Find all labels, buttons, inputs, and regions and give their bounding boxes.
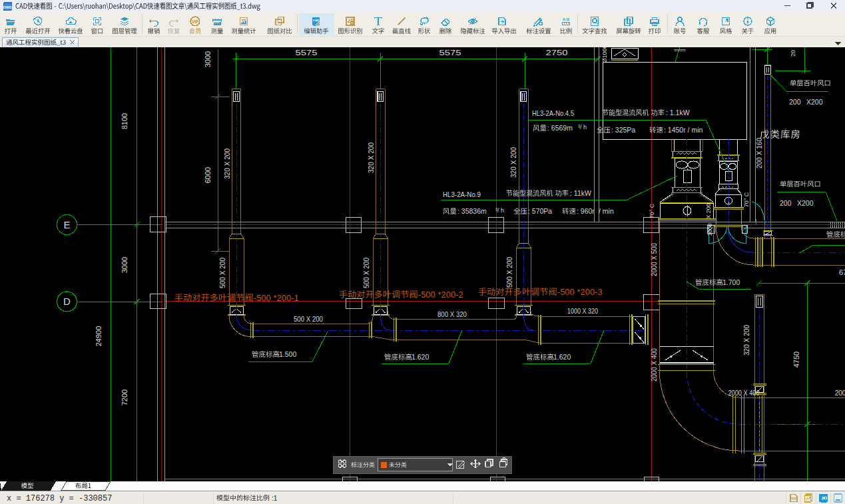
svg-text:-500 *200-1: -500 *200-1: [254, 293, 299, 303]
svg-text:HL3-2A-No.9: HL3-2A-No.9: [443, 190, 481, 198]
svg-text:320 X 200: 320 X 200: [224, 148, 231, 179]
svg-text:2000 X 500: 2000 X 500: [651, 243, 658, 276]
svg-text:1.620: 1.620: [412, 353, 429, 361]
svg-text:: 325Pa: : 325Pa: [611, 126, 635, 134]
svg-text:320 X 200: 320 X 200: [368, 142, 375, 173]
svg-text:X 200: X 200: [705, 203, 712, 219]
svg-text:3000: 3000: [121, 257, 129, 273]
svg-text:2000 X 400: 2000 X 400: [651, 348, 658, 381]
svg-text:: 1.1kW: : 1.1kW: [666, 109, 690, 117]
svg-text:200: 200: [835, 389, 845, 397]
svg-text::1: :1: [272, 495, 278, 502]
svg-text:500 X 200: 500 X 200: [294, 316, 323, 323]
svg-text:: 6569m: : 6569m: [547, 124, 573, 132]
svg-text:-500 *200-2: -500 *200-2: [418, 290, 463, 300]
svg-text:D: D: [63, 296, 71, 307]
svg-text:HL3-2A-No.4.5: HL3-2A-No.4.5: [532, 109, 574, 117]
svg-text:1000 X 320: 1000 X 320: [567, 308, 598, 315]
svg-text:A:B: A:B: [563, 17, 570, 21]
svg-text:X200: X200: [806, 98, 823, 106]
svg-text:200: 200: [789, 98, 801, 106]
svg-text:³/ h: ³/ h: [495, 207, 504, 214]
svg-text:X200: X200: [797, 199, 814, 207]
svg-text:800 X 320: 800 X 320: [437, 311, 467, 318]
svg-text:VIP: VIP: [192, 19, 199, 24]
svg-text:1.500: 1.500: [279, 350, 296, 358]
svg-text:4750: 4750: [792, 352, 800, 368]
svg-text:: 960r: : 960r: [577, 207, 595, 215]
svg-text:1.620: 1.620: [553, 353, 571, 361]
svg-text:20: 20: [790, 50, 796, 57]
svg-text:200: 200: [780, 199, 792, 207]
svg-text:8100: 8100: [121, 113, 129, 129]
svg-text:6000: 6000: [204, 167, 212, 183]
svg-text:PDF: PDF: [790, 497, 797, 501]
svg-text:3000: 3000: [204, 51, 212, 67]
svg-text:2000 X 400: 2000 X 400: [728, 389, 760, 397]
svg-text:5575: 5575: [439, 49, 461, 57]
svg-text:: 35836m: : 35836m: [457, 207, 487, 215]
svg-text:1.700: 1.700: [722, 278, 740, 286]
svg-text:70° C: 70° C: [743, 192, 750, 207]
svg-text:500 X 200: 500 X 200: [219, 258, 226, 288]
svg-text:67: 67: [839, 268, 845, 276]
svg-text:: 1450r / min: : 1450r / min: [664, 126, 703, 134]
svg-text:320 X 200: 320 X 200: [510, 147, 517, 178]
svg-text:7200: 7200: [121, 389, 129, 405]
svg-text:24900: 24900: [95, 326, 103, 347]
svg-text:³/ h: ³/ h: [578, 124, 587, 130]
svg-text:70° C: 70° C: [649, 203, 655, 218]
svg-text:500 X 200: 500 X 200: [506, 257, 513, 288]
svg-text:/ min: / min: [599, 207, 614, 215]
svg-text:Ø1000: Ø1000: [601, 45, 608, 63]
svg-text:E: E: [63, 219, 70, 230]
svg-text:x = 176278 y = -330857: x = 176278 y = -330857: [7, 494, 112, 503]
svg-text:≈≈≈≈: ≈≈≈≈: [674, 47, 686, 53]
svg-text:CAD: CAD: [313, 19, 319, 22]
svg-text:5575: 5575: [296, 49, 318, 57]
svg-text:2750: 2750: [546, 49, 568, 57]
svg-text:320 X 200: 320 X 200: [743, 325, 750, 356]
svg-text:1000: 1000: [706, 223, 713, 236]
svg-text:: 570Pa: : 570Pa: [528, 207, 552, 215]
svg-text:500 X 200: 500 X 200: [363, 258, 370, 288]
svg-text:-500 *200-3: -500 *200-3: [557, 287, 603, 297]
svg-text:: 11kW: : 11kW: [570, 189, 591, 197]
svg-text:200 X 160: 200 X 160: [756, 138, 763, 168]
svg-text:DWG: DWG: [3, 5, 12, 9]
